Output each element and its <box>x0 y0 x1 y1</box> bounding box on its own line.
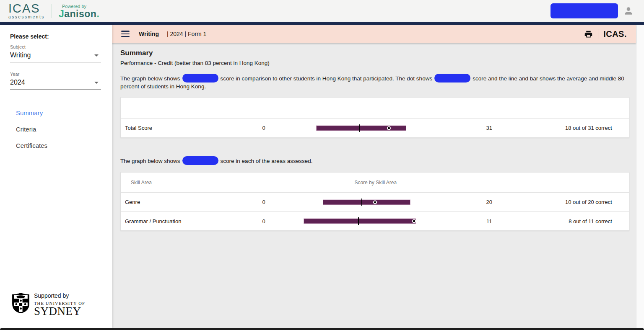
row-label: Grammar / Punctuation <box>121 218 248 224</box>
row-label: Genre <box>121 199 248 205</box>
score-distribution-bar <box>290 119 461 137</box>
average-marker <box>359 124 360 132</box>
sidebar-item-certificates[interactable]: Certificates <box>0 137 112 154</box>
performance-subtitle: Performance - Credit (better than 83 per… <box>120 60 637 66</box>
row-max-value: 20 <box>471 199 507 205</box>
subject-select[interactable]: Writing <box>10 49 101 62</box>
middle-80-percent-band <box>317 126 406 130</box>
appbar-right: ICAS. <box>584 29 627 39</box>
icas-assessments-logo: ICAS assessments <box>8 3 45 19</box>
report-appbar: Writing | 2024 | Form 1 ICAS. <box>112 25 636 43</box>
janison-logo: Powered by Janison. <box>59 3 99 19</box>
janison-wordmark: Janison. <box>59 9 99 19</box>
sidebar: Please select: Subject Writing Year 2024… <box>0 25 112 328</box>
middle-80-percent-band <box>304 219 415 224</box>
table-row: Grammar / Punctuation 0 11 8 out of 11 c… <box>121 211 629 230</box>
skills-description: The graph below showsscore in each of th… <box>120 156 629 165</box>
navy-divider-strip <box>0 22 644 25</box>
person-icon[interactable] <box>623 5 634 16</box>
student-score-dot <box>373 200 377 204</box>
table-row: Genre 0 20 10 out of 20 correct <box>121 193 629 211</box>
score-distribution-bar <box>290 193 461 211</box>
total-score-card: Total Score 0 31 18 out of 31 correct <box>120 97 629 138</box>
supported-by-block: Supported by THE UNIVERSITY OF SYDNEY <box>0 292 112 328</box>
sidebar-item-criteria[interactable]: Criteria <box>0 121 112 137</box>
vertical-scrollbar[interactable] <box>636 25 644 328</box>
brand-logos: ICAS assessments Powered by Janison. <box>8 3 99 19</box>
redacted-student-name <box>434 74 470 82</box>
sidebar-item-summary[interactable]: Summary <box>0 105 112 121</box>
university-name-line2: SYDNEY <box>34 306 85 317</box>
university-of-sydney-crest <box>11 292 30 314</box>
student-score-dot <box>412 219 416 223</box>
table-row: Total Score 0 31 18 out of 31 correct <box>121 119 629 137</box>
appbar-meta: | 2024 | Form 1 <box>167 31 206 37</box>
total-score-card-header <box>121 98 629 119</box>
chevron-down-icon <box>94 54 99 57</box>
top-header: ICAS assessments Powered by Janison. <box>0 0 644 22</box>
hamburger-menu-icon[interactable] <box>121 31 130 37</box>
appbar-subject: Writing <box>139 31 159 37</box>
sidebar-nav: Summary Criteria Certificates <box>0 105 112 154</box>
row-correct-label: 8 out of 11 correct <box>507 218 629 224</box>
redacted-student-name <box>182 74 218 82</box>
average-marker <box>361 199 362 206</box>
row-label: Total Score <box>121 125 248 131</box>
icas-wordmark: ICAS <box>8 3 45 15</box>
icas-assessments-label: assessments <box>8 15 45 19</box>
year-value: 2024 <box>10 79 25 86</box>
middle-80-percent-band <box>323 200 410 204</box>
row-correct-label: 10 out of 20 correct <box>507 199 629 205</box>
skill-area-column-header: Skill Area <box>121 180 248 186</box>
score-distribution-bar <box>290 212 461 230</box>
year-select[interactable]: 2024 <box>10 77 101 90</box>
print-icon[interactable] <box>584 30 593 39</box>
logo-divider <box>52 4 52 18</box>
page-title: Summary <box>120 49 637 57</box>
row-max-value: 31 <box>471 125 507 131</box>
redacted-student-name <box>182 156 218 165</box>
window-bottom-edge <box>0 328 644 330</box>
row-min-value: 0 <box>248 199 280 205</box>
skill-table-header: Skill Area Score by Skill Area <box>121 173 629 193</box>
average-marker <box>358 217 359 225</box>
supported-by-label: Supported by <box>34 292 85 299</box>
main-area: Writing | 2024 | Form 1 ICAS. Summary Pe… <box>112 25 644 328</box>
year-label: Year <box>10 72 101 77</box>
skill-area-card: Skill Area Score by Skill Area Genre 0 <box>120 172 629 231</box>
appbar-divider <box>598 29 598 39</box>
topbar-right <box>551 3 634 18</box>
row-min-value: 0 <box>248 125 280 131</box>
year-select-group: Year 2024 <box>0 72 112 90</box>
report-content: Summary Performance - Credit (better tha… <box>112 43 644 231</box>
app-window: ICAS assessments Powered by Janison. Ple… <box>0 0 644 330</box>
student-score-dot <box>387 126 391 130</box>
subject-value: Writing <box>10 52 31 59</box>
row-min-value: 0 <box>248 218 280 224</box>
summary-description: The graph below showsscore in comparison… <box>120 74 629 90</box>
redacted-user-button[interactable] <box>551 3 618 18</box>
row-max-value: 11 <box>471 218 507 224</box>
score-column-header: Score by Skill Area <box>280 180 471 186</box>
icas-brand-label: ICAS. <box>603 29 627 39</box>
subject-select-group: Subject Writing <box>0 44 112 62</box>
please-select-heading: Please select: <box>0 33 112 40</box>
supported-by-text: Supported by THE UNIVERSITY OF SYDNEY <box>34 292 85 317</box>
row-correct-label: 18 out of 31 correct <box>507 125 629 131</box>
subject-label: Subject <box>10 44 101 49</box>
chevron-down-icon <box>94 82 99 84</box>
